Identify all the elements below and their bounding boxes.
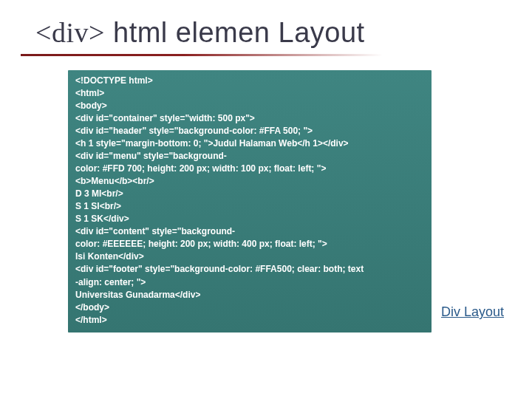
- title-rest: html elemen Layout: [105, 17, 365, 48]
- code-snippet-box: <!DOCTYPE html> <html> <body> <div id="c…: [68, 70, 432, 332]
- code-snippet: <!DOCTYPE html> <html> <body> <div id="c…: [75, 75, 426, 327]
- slide-title: <div> html elemen Layout: [35, 16, 365, 49]
- title-underline: [21, 54, 383, 56]
- title-angle-close: >: [89, 17, 105, 48]
- div-layout-link[interactable]: Div Layout: [441, 304, 504, 320]
- title-angle-open: <: [35, 17, 52, 48]
- title-tag: div: [52, 17, 89, 48]
